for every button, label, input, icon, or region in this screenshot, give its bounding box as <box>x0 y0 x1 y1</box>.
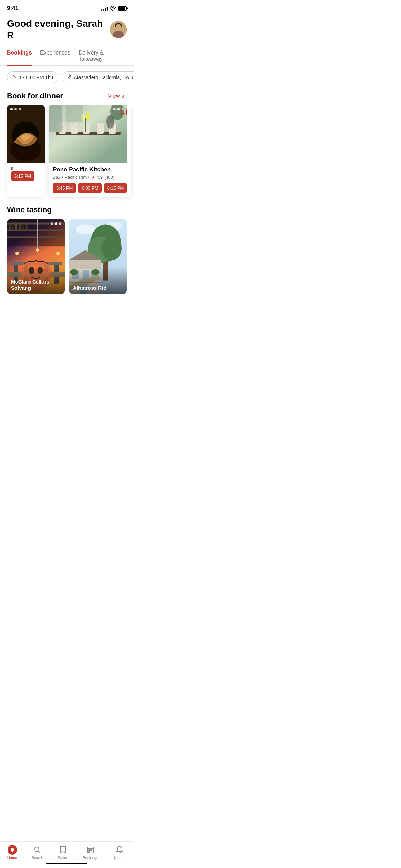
albatross-name: Albatross Rid <box>73 285 123 291</box>
partial-rating: 9) <box>11 166 40 171</box>
dot-2 <box>14 108 17 110</box>
tab-experiences[interactable]: Experiences <box>40 46 70 65</box>
svg-point-56 <box>15 252 19 255</box>
svg-rect-27 <box>66 105 83 122</box>
svg-rect-15 <box>83 123 90 134</box>
svg-point-24 <box>86 113 90 120</box>
svg-point-6 <box>14 75 15 77</box>
person-icon <box>12 74 17 80</box>
mcclain-dot-1 <box>51 222 53 225</box>
restaurant-card-partial-left[interactable]: 9) 6:15 PM <box>7 105 45 197</box>
filter-row: 1 • 6:00 PM Thu Atascadero California, C… <box>0 66 134 89</box>
pono-slot-600[interactable]: 6:00 PM <box>78 183 101 193</box>
header: Good evening, Sarah R <box>0 14 134 46</box>
svg-rect-47 <box>12 224 14 230</box>
partial-card-info: 9) 6:15 PM <box>7 163 45 185</box>
svg-rect-49 <box>19 224 21 230</box>
pono-card-info: Pono Pacific Kitchen $$$ • Pacific Rim •… <box>49 163 131 197</box>
location-label: Atascadero California, CA, United St <box>74 75 134 80</box>
svg-rect-14 <box>71 123 78 134</box>
avatar-image <box>110 21 127 38</box>
pono-dot-1 <box>113 108 116 110</box>
restaurant-card-pono[interactable]: Pono Pacific Kitchen $$$ • Pacific Rim •… <box>49 105 131 197</box>
svg-point-5 <box>116 24 122 30</box>
mcclain-dots <box>51 222 61 225</box>
svg-rect-51 <box>26 224 28 230</box>
svg-rect-22 <box>85 118 86 132</box>
svg-rect-16 <box>97 123 104 134</box>
svg-point-7 <box>69 76 70 77</box>
svg-point-67 <box>101 237 122 261</box>
wine-section-title: Wine tasting <box>7 205 127 214</box>
food-image-svg <box>7 105 45 163</box>
pono-image-svg <box>49 105 127 163</box>
mcclain-label-container: McClain Cellars - Solvang <box>11 279 52 291</box>
svg-point-58 <box>36 248 39 252</box>
card-dots-left <box>10 108 21 110</box>
tab-delivery[interactable]: Delivery & Takeaway <box>78 46 119 65</box>
pono-price: $$$ <box>53 174 60 180</box>
pono-slot-615[interactable]: 6:15 PM <box>104 183 127 193</box>
pono-bookmark-button[interactable] <box>120 108 128 117</box>
svg-rect-45 <box>7 237 65 238</box>
tab-bar: Bookings Experiences Delivery & Takeaway <box>0 46 134 66</box>
pono-separator-2: • <box>88 174 90 180</box>
svg-rect-26 <box>49 105 62 132</box>
location-filter[interactable]: Atascadero California, CA, United St <box>62 71 134 83</box>
svg-rect-44 <box>7 230 65 231</box>
dinner-section-title: Book for dinner <box>7 92 63 100</box>
svg-point-60 <box>56 252 60 255</box>
location-pin-icon <box>67 74 72 80</box>
pono-card-image <box>49 105 131 163</box>
dinner-section-header: Book for dinner View all <box>0 89 134 105</box>
status-icons <box>101 6 127 11</box>
tab-bookings[interactable]: Bookings <box>7 46 32 65</box>
status-bar: 9:41 <box>0 0 134 14</box>
pono-time-slots: 5:45 PM 6:00 PM 6:15 PM <box>53 183 127 193</box>
card-image-partial <box>7 105 45 163</box>
greeting-text: Good evening, Sarah R <box>7 18 110 41</box>
wine-card-albatross[interactable]: Albatross Rid <box>69 219 127 294</box>
svg-rect-50 <box>22 224 24 230</box>
pono-name: Pono Pacific Kitchen <box>53 166 127 173</box>
svg-point-0 <box>112 10 113 11</box>
pono-star-icon: ★ <box>91 174 95 180</box>
pono-slot-545[interactable]: 5:45 PM <box>53 183 76 193</box>
dot-1 <box>10 108 13 110</box>
time-slot-615-partial[interactable]: 6:15 PM <box>11 171 34 181</box>
pono-cuisine: Pacific Rim <box>64 174 87 180</box>
mcclain-dot-3 <box>59 222 61 225</box>
battery-icon <box>118 6 127 11</box>
albatross-image <box>69 219 127 294</box>
view-all-dinner[interactable]: View all <box>108 93 127 99</box>
restaurant-cards-scroll: 9) 6:15 PM <box>0 105 134 203</box>
svg-rect-46 <box>9 224 11 230</box>
albatross-label-container: Albatross Rid <box>73 285 123 291</box>
mcclain-name: McClain Cellars - Solvang <box>11 279 52 291</box>
pono-dot-2 <box>117 108 120 110</box>
wine-tasting-section: Wine tasting <box>0 203 134 300</box>
mcclain-dot-2 <box>55 222 57 225</box>
pono-rating-count: (480) <box>104 174 114 180</box>
party-time-filter[interactable]: 1 • 6:00 PM Thu <box>7 71 58 83</box>
wifi-icon <box>110 6 116 11</box>
pono-rating: 4.9 <box>97 174 103 180</box>
pono-meta: $$$ • Pacific Rim • ★ 4.9 (480) <box>53 174 127 180</box>
mcclain-bookmark-button[interactable] <box>54 283 61 291</box>
wine-card-mcclain[interactable]: McClain Cellars - Solvang <box>7 219 65 294</box>
pono-separator-1: • <box>62 174 63 180</box>
svg-rect-40 <box>51 262 62 265</box>
partial-time-slots: 6:15 PM <box>11 171 40 181</box>
status-time: 9:41 <box>7 5 19 12</box>
signal-icon <box>101 6 108 11</box>
party-time-label: 1 • 6:00 PM Thu <box>19 75 53 80</box>
dot-3 <box>19 108 21 110</box>
wine-cards-row: McClain Cellars - Solvang <box>7 219 127 294</box>
svg-rect-34 <box>10 262 21 265</box>
avatar[interactable] <box>110 21 127 38</box>
